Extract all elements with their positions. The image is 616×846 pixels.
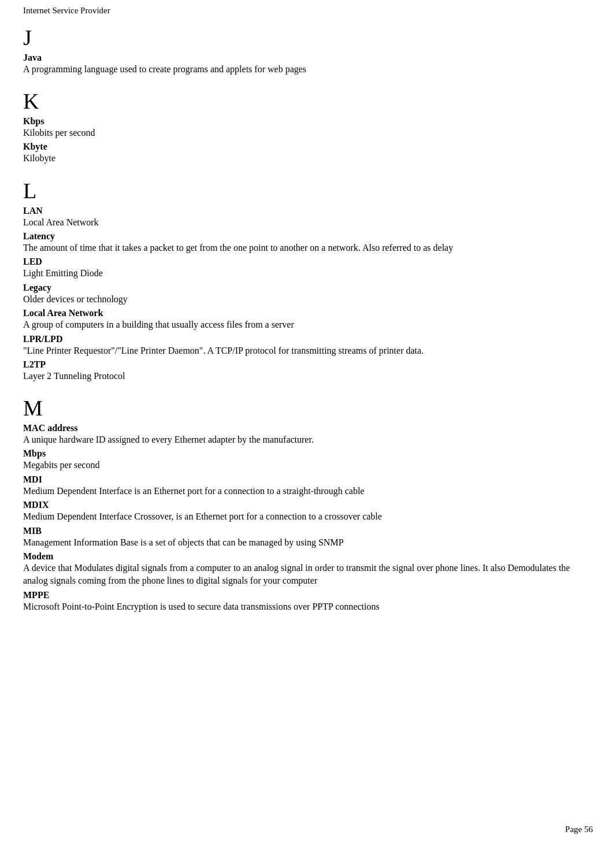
section-l-letter: L: [23, 179, 593, 203]
term-mppe-name: MPPE: [23, 590, 593, 600]
term-mdix-def: Medium Dependent Interface Crossover, is…: [23, 510, 593, 523]
section-m: M MAC address A unique hardware ID assig…: [23, 396, 593, 613]
term-latency-def: The amount of time that it takes a packe…: [23, 242, 593, 254]
term-mdi-name: MDI: [23, 474, 593, 485]
term-mbps: Mbps Megabits per second: [23, 448, 593, 472]
term-legacy-def: Older devices or technology: [23, 293, 593, 306]
section-j-letter: J: [23, 26, 593, 50]
term-java-def: A programming language used to create pr…: [23, 63, 593, 76]
term-latency-name: Latency: [23, 231, 593, 242]
term-latency: Latency The amount of time that it takes…: [23, 231, 593, 254]
section-m-letter: M: [23, 396, 593, 421]
isp-header: Internet Service Provider: [23, 6, 593, 16]
term-led: LED Light Emitting Diode: [23, 257, 593, 280]
term-kbyte: Kbyte Kilobyte: [23, 142, 593, 165]
term-l2tp-name: L2TP: [23, 359, 593, 370]
term-l2tp: L2TP Layer 2 Tunneling Protocol: [23, 359, 593, 383]
term-kbyte-def: Kilobyte: [23, 152, 593, 165]
term-mdi-def: Medium Dependent Interface is an Etherne…: [23, 485, 593, 498]
term-lpr-lpd-def: "Line Printer Requestor"/"Line Printer D…: [23, 344, 593, 357]
term-led-name: LED: [23, 257, 593, 267]
term-mdix: MDIX Medium Dependent Interface Crossove…: [23, 500, 593, 523]
term-modem-name: Modem: [23, 551, 593, 562]
term-mib-def: Management Information Base is a set of …: [23, 536, 593, 549]
term-kbyte-name: Kbyte: [23, 142, 593, 152]
term-modem-def: A device that Modulates digital signals …: [23, 562, 593, 588]
term-lpr-lpd-name: LPR/LPD: [23, 334, 593, 344]
term-mppe: MPPE Microsoft Point-to-Point Encryption…: [23, 590, 593, 613]
term-l2tp-def: Layer 2 Tunneling Protocol: [23, 370, 593, 383]
term-mbps-name: Mbps: [23, 448, 593, 459]
isp-text: Internet Service Provider: [23, 6, 593, 16]
term-kbps: Kbps Kilobits per second: [23, 116, 593, 139]
term-java: Java A programming language used to crea…: [23, 53, 593, 76]
term-lan: LAN Local Area Network: [23, 206, 593, 229]
term-mac-address-def: A unique hardware ID assigned to every E…: [23, 433, 593, 446]
term-mbps-def: Megabits per second: [23, 459, 593, 472]
term-lan-def: Local Area Network: [23, 216, 593, 229]
term-local-area-network-def: A group of computers in a building that …: [23, 318, 593, 331]
term-mac-address: MAC address A unique hardware ID assigne…: [23, 423, 593, 446]
section-k: K Kbps Kilobits per second Kbyte Kilobyt…: [23, 90, 593, 165]
term-mdi: MDI Medium Dependent Interface is an Eth…: [23, 474, 593, 498]
term-kbps-name: Kbps: [23, 116, 593, 127]
term-mib-name: MIB: [23, 526, 593, 536]
term-mdix-name: MDIX: [23, 500, 593, 510]
term-mac-address-name: MAC address: [23, 423, 593, 433]
term-legacy: Legacy Older devices or technology: [23, 283, 593, 306]
term-legacy-name: Legacy: [23, 283, 593, 293]
term-java-name: Java: [23, 53, 593, 63]
term-mib: MIB Management Information Base is a set…: [23, 526, 593, 549]
term-lpr-lpd: LPR/LPD "Line Printer Requestor"/"Line P…: [23, 334, 593, 357]
term-local-area-network-name: Local Area Network: [23, 308, 593, 318]
term-led-def: Light Emitting Diode: [23, 267, 593, 280]
term-local-area-network: Local Area Network A group of computers …: [23, 308, 593, 331]
section-j: J Java A programming language used to cr…: [23, 26, 593, 76]
section-l: L LAN Local Area Network Latency The amo…: [23, 179, 593, 383]
term-mppe-def: Microsoft Point-to-Point Encryption is u…: [23, 600, 593, 613]
page-number: Page 56: [565, 825, 593, 834]
term-lan-name: LAN: [23, 206, 593, 216]
section-k-letter: K: [23, 90, 593, 114]
term-kbps-def: Kilobits per second: [23, 127, 593, 139]
term-modem: Modem A device that Modulates digital si…: [23, 551, 593, 588]
